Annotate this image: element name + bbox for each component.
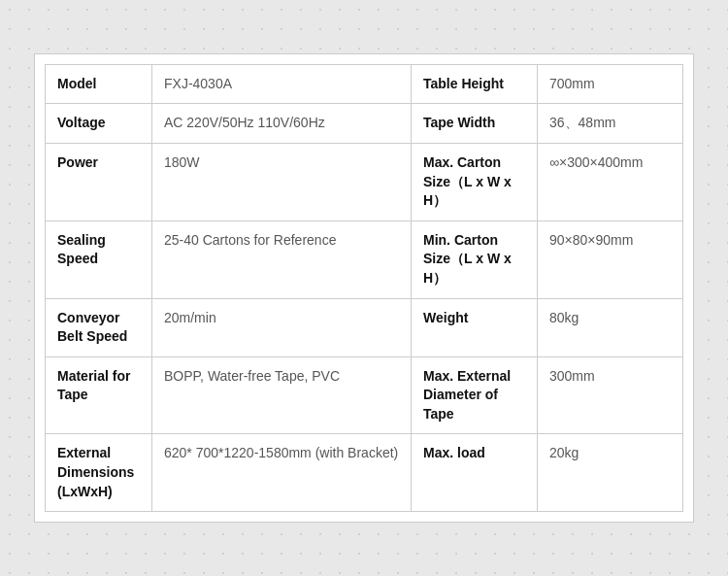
spec-table-container: ModelFXJ-4030ATable Height700mmVoltageAC…	[34, 53, 694, 524]
right-value-cell: 700mm	[538, 64, 683, 104]
right-label-cell: Min. Carton Size（L x W x H）	[412, 220, 538, 298]
table-row: Power180WMax. Carton Size（L x W x H）∞×30…	[46, 143, 683, 220]
table-row: Sealing Speed25-40 Cartons for Reference…	[46, 220, 683, 298]
right-value-cell: 300mm	[538, 356, 683, 434]
left-value-cell: AC 220V/50Hz 110V/60Hz	[152, 104, 412, 144]
right-label-cell: Max. Carton Size（L x W x H）	[412, 143, 538, 220]
left-value-cell: 180W	[152, 143, 412, 220]
right-value-cell: 90×80×90mm	[538, 220, 683, 298]
table-row: Conveyor Belt Speed20m/minWeight80kg	[46, 298, 683, 356]
table-row: Material for TapeBOPP, Water-free Tape, …	[46, 356, 683, 434]
table-row: VoltageAC 220V/50Hz 110V/60HzTape Width3…	[46, 104, 683, 144]
right-value-cell: ∞×300×400mm	[538, 143, 683, 220]
table-row: ModelFXJ-4030ATable Height700mm	[46, 64, 683, 104]
right-value-cell: 36、48mm	[538, 104, 683, 144]
left-label-cell: Sealing Speed	[46, 220, 152, 298]
left-label-cell: External Dimensions (LxWxH)	[46, 434, 152, 512]
left-label-cell: Material for Tape	[46, 356, 152, 434]
left-value-cell: 25-40 Cartons for Reference	[152, 220, 412, 298]
left-label-cell: Voltage	[46, 104, 152, 144]
left-value-cell: 620* 700*1220-1580mm (with Bracket)	[152, 434, 412, 512]
right-label-cell: Max. load	[412, 434, 538, 512]
left-value-cell: FXJ-4030A	[152, 64, 412, 104]
spec-table: ModelFXJ-4030ATable Height700mmVoltageAC…	[45, 64, 683, 513]
right-label-cell: Tape Width	[412, 104, 538, 144]
right-value-cell: 80kg	[538, 298, 683, 356]
right-label-cell: Table Height	[412, 64, 538, 104]
left-label-cell: Model	[46, 64, 152, 104]
left-label-cell: Conveyor Belt Speed	[46, 298, 152, 356]
right-value-cell: 20kg	[538, 434, 683, 512]
table-row: External Dimensions (LxWxH)620* 700*1220…	[46, 434, 683, 512]
right-label-cell: Max. External Diameter of Tape	[412, 356, 538, 434]
right-label-cell: Weight	[412, 298, 538, 356]
left-value-cell: BOPP, Water-free Tape, PVC	[152, 356, 412, 434]
left-value-cell: 20m/min	[152, 298, 412, 356]
left-label-cell: Power	[46, 143, 152, 220]
